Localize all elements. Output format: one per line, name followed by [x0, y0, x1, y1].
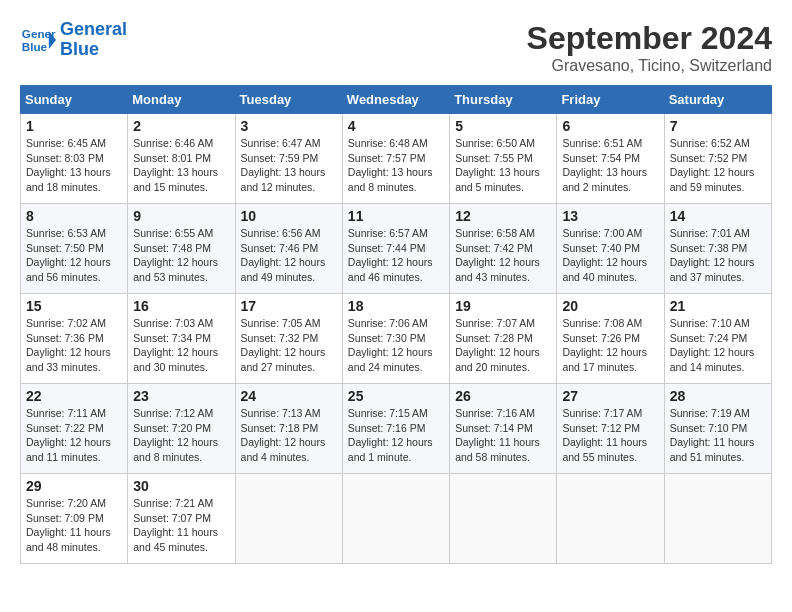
day-number: 24 [241, 388, 337, 404]
calendar-cell: 21Sunrise: 7:10 AMSunset: 7:24 PMDayligh… [664, 294, 771, 384]
weekday-header-sunday: Sunday [21, 86, 128, 114]
calendar-cell: 30Sunrise: 7:21 AMSunset: 7:07 PMDayligh… [128, 474, 235, 564]
day-number: 10 [241, 208, 337, 224]
day-detail: Sunrise: 6:53 AMSunset: 7:50 PMDaylight:… [26, 226, 122, 285]
title-area: September 2024 Gravesano, Ticino, Switze… [527, 20, 772, 75]
day-number: 7 [670, 118, 766, 134]
calendar-cell: 27Sunrise: 7:17 AMSunset: 7:12 PMDayligh… [557, 384, 664, 474]
day-number: 26 [455, 388, 551, 404]
day-detail: Sunrise: 6:56 AMSunset: 7:46 PMDaylight:… [241, 226, 337, 285]
calendar-week-row: 22Sunrise: 7:11 AMSunset: 7:22 PMDayligh… [21, 384, 772, 474]
day-detail: Sunrise: 7:10 AMSunset: 7:24 PMDaylight:… [670, 316, 766, 375]
day-number: 29 [26, 478, 122, 494]
day-number: 16 [133, 298, 229, 314]
day-detail: Sunrise: 7:15 AMSunset: 7:16 PMDaylight:… [348, 406, 444, 465]
calendar-cell: 3Sunrise: 6:47 AMSunset: 7:59 PMDaylight… [235, 114, 342, 204]
day-detail: Sunrise: 7:07 AMSunset: 7:28 PMDaylight:… [455, 316, 551, 375]
day-detail: Sunrise: 6:47 AMSunset: 7:59 PMDaylight:… [241, 136, 337, 195]
calendar-week-row: 1Sunrise: 6:45 AMSunset: 8:03 PMDaylight… [21, 114, 772, 204]
day-detail: Sunrise: 7:13 AMSunset: 7:18 PMDaylight:… [241, 406, 337, 465]
day-detail: Sunrise: 7:21 AMSunset: 7:07 PMDaylight:… [133, 496, 229, 555]
day-number: 3 [241, 118, 337, 134]
day-number: 20 [562, 298, 658, 314]
calendar-cell: 12Sunrise: 6:58 AMSunset: 7:42 PMDayligh… [450, 204, 557, 294]
day-detail: Sunrise: 7:20 AMSunset: 7:09 PMDaylight:… [26, 496, 122, 555]
day-number: 25 [348, 388, 444, 404]
day-number: 28 [670, 388, 766, 404]
weekday-header-saturday: Saturday [664, 86, 771, 114]
calendar-cell: 23Sunrise: 7:12 AMSunset: 7:20 PMDayligh… [128, 384, 235, 474]
logo: General Blue GeneralBlue [20, 20, 127, 60]
calendar-cell: 13Sunrise: 7:00 AMSunset: 7:40 PMDayligh… [557, 204, 664, 294]
day-number: 17 [241, 298, 337, 314]
weekday-header-friday: Friday [557, 86, 664, 114]
day-detail: Sunrise: 6:57 AMSunset: 7:44 PMDaylight:… [348, 226, 444, 285]
day-number: 9 [133, 208, 229, 224]
calendar-cell: 20Sunrise: 7:08 AMSunset: 7:26 PMDayligh… [557, 294, 664, 384]
day-number: 18 [348, 298, 444, 314]
month-title: September 2024 [527, 20, 772, 57]
day-number: 15 [26, 298, 122, 314]
calendar-cell: 14Sunrise: 7:01 AMSunset: 7:38 PMDayligh… [664, 204, 771, 294]
calendar-cell: 18Sunrise: 7:06 AMSunset: 7:30 PMDayligh… [342, 294, 449, 384]
calendar-cell [557, 474, 664, 564]
calendar-cell [342, 474, 449, 564]
day-detail: Sunrise: 7:16 AMSunset: 7:14 PMDaylight:… [455, 406, 551, 465]
calendar-cell: 10Sunrise: 6:56 AMSunset: 7:46 PMDayligh… [235, 204, 342, 294]
day-detail: Sunrise: 7:06 AMSunset: 7:30 PMDaylight:… [348, 316, 444, 375]
calendar-cell [235, 474, 342, 564]
calendar-cell: 17Sunrise: 7:05 AMSunset: 7:32 PMDayligh… [235, 294, 342, 384]
day-detail: Sunrise: 7:03 AMSunset: 7:34 PMDaylight:… [133, 316, 229, 375]
calendar-cell: 6Sunrise: 6:51 AMSunset: 7:54 PMDaylight… [557, 114, 664, 204]
day-detail: Sunrise: 7:01 AMSunset: 7:38 PMDaylight:… [670, 226, 766, 285]
day-number: 8 [26, 208, 122, 224]
day-number: 21 [670, 298, 766, 314]
calendar-cell: 2Sunrise: 6:46 AMSunset: 8:01 PMDaylight… [128, 114, 235, 204]
day-detail: Sunrise: 6:45 AMSunset: 8:03 PMDaylight:… [26, 136, 122, 195]
calendar-cell: 25Sunrise: 7:15 AMSunset: 7:16 PMDayligh… [342, 384, 449, 474]
weekday-header-thursday: Thursday [450, 86, 557, 114]
day-number: 12 [455, 208, 551, 224]
day-number: 4 [348, 118, 444, 134]
day-detail: Sunrise: 7:17 AMSunset: 7:12 PMDaylight:… [562, 406, 658, 465]
calendar-cell: 9Sunrise: 6:55 AMSunset: 7:48 PMDaylight… [128, 204, 235, 294]
weekday-header-monday: Monday [128, 86, 235, 114]
calendar-week-row: 15Sunrise: 7:02 AMSunset: 7:36 PMDayligh… [21, 294, 772, 384]
logo-name: GeneralBlue [60, 20, 127, 60]
calendar-cell: 26Sunrise: 7:16 AMSunset: 7:14 PMDayligh… [450, 384, 557, 474]
calendar-cell: 7Sunrise: 6:52 AMSunset: 7:52 PMDaylight… [664, 114, 771, 204]
calendar-cell: 5Sunrise: 6:50 AMSunset: 7:55 PMDaylight… [450, 114, 557, 204]
day-detail: Sunrise: 7:08 AMSunset: 7:26 PMDaylight:… [562, 316, 658, 375]
page-header: General Blue GeneralBlue September 2024 … [20, 20, 772, 75]
day-number: 27 [562, 388, 658, 404]
calendar-cell [664, 474, 771, 564]
calendar-cell: 16Sunrise: 7:03 AMSunset: 7:34 PMDayligh… [128, 294, 235, 384]
day-number: 11 [348, 208, 444, 224]
calendar-table: SundayMondayTuesdayWednesdayThursdayFrid… [20, 85, 772, 564]
day-number: 14 [670, 208, 766, 224]
day-number: 19 [455, 298, 551, 314]
calendar-cell: 28Sunrise: 7:19 AMSunset: 7:10 PMDayligh… [664, 384, 771, 474]
day-detail: Sunrise: 6:46 AMSunset: 8:01 PMDaylight:… [133, 136, 229, 195]
day-detail: Sunrise: 7:11 AMSunset: 7:22 PMDaylight:… [26, 406, 122, 465]
logo-icon: General Blue [20, 22, 56, 58]
calendar-cell: 19Sunrise: 7:07 AMSunset: 7:28 PMDayligh… [450, 294, 557, 384]
day-number: 30 [133, 478, 229, 494]
day-detail: Sunrise: 6:51 AMSunset: 7:54 PMDaylight:… [562, 136, 658, 195]
location-title: Gravesano, Ticino, Switzerland [527, 57, 772, 75]
calendar-week-row: 8Sunrise: 6:53 AMSunset: 7:50 PMDaylight… [21, 204, 772, 294]
day-number: 6 [562, 118, 658, 134]
day-number: 1 [26, 118, 122, 134]
weekday-header-row: SundayMondayTuesdayWednesdayThursdayFrid… [21, 86, 772, 114]
day-number: 23 [133, 388, 229, 404]
calendar-cell: 8Sunrise: 6:53 AMSunset: 7:50 PMDaylight… [21, 204, 128, 294]
calendar-cell [450, 474, 557, 564]
day-detail: Sunrise: 6:58 AMSunset: 7:42 PMDaylight:… [455, 226, 551, 285]
day-detail: Sunrise: 7:05 AMSunset: 7:32 PMDaylight:… [241, 316, 337, 375]
day-detail: Sunrise: 6:52 AMSunset: 7:52 PMDaylight:… [670, 136, 766, 195]
day-number: 13 [562, 208, 658, 224]
calendar-cell: 22Sunrise: 7:11 AMSunset: 7:22 PMDayligh… [21, 384, 128, 474]
day-detail: Sunrise: 7:00 AMSunset: 7:40 PMDaylight:… [562, 226, 658, 285]
day-detail: Sunrise: 6:50 AMSunset: 7:55 PMDaylight:… [455, 136, 551, 195]
calendar-cell: 15Sunrise: 7:02 AMSunset: 7:36 PMDayligh… [21, 294, 128, 384]
